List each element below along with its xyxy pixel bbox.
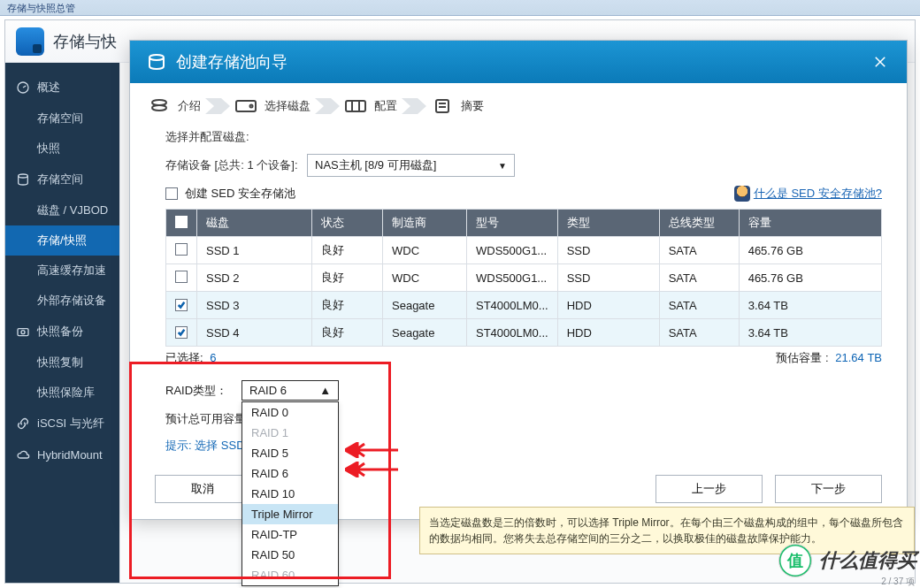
est-total-label: 预计总可用容量 [165,411,246,427]
raid-option[interactable]: RAID 10 [242,484,338,504]
raid-option[interactable]: RAID 0 [242,402,338,423]
cell-vendor: WDC [383,237,467,264]
row-checkbox[interactable] [175,243,188,256]
cancel-button[interactable]: 取消 [155,475,250,503]
sidebar-item-disks-vjbod[interactable]: 磁盘 / VJBOD [5,195,119,225]
sidebar-item-snapshot[interactable]: 快照 [5,134,119,164]
raid-selected-value: RAID 6 [249,384,287,397]
link-icon [16,416,30,431]
sidebar-item-cache-accel[interactable]: 高速缓存加速 [5,256,119,286]
col-model[interactable]: 型号 [467,210,558,237]
table-row[interactable]: SSD 3 良好 Seagate ST4000LM0... HDD SATA 3… [166,292,882,319]
app-title: 存储与快 [53,31,117,52]
col-type[interactable]: 类型 [557,210,659,237]
cell-status: 良好 [312,264,383,292]
cell-vendor: WDC [383,264,467,292]
raid-option[interactable]: RAID 5 [242,443,338,463]
create-pool-wizard-dialog: 创建存储池向导 介绍 选择磁盘 配置 摘要 选择并配置磁盘: 存储设备 [总共:… [129,40,908,520]
raid-option[interactable]: RAID 50 [242,545,338,565]
segments-icon [344,98,367,114]
sidebar-item-storage-space[interactable]: 存储空间 [5,164,119,195]
watermark-badge: 值 [778,544,812,577]
cell-bus: SATA [659,264,739,292]
disk-table: 磁盘 状态 制造商 型号 类型 总线类型 容量 SSD 1 良好 WDC WDS… [165,209,882,347]
cell-model: ST4000LM0... [467,292,558,319]
sidebar-item-storage-snapshot[interactable]: 存储/快照 [5,225,119,256]
step-intro[interactable]: 介绍 [148,98,201,114]
storage-pool-icon [146,51,167,73]
sidebar-label: 概述 [37,80,60,95]
sidebar-label: HybridMount [37,448,103,462]
raid-option: RAID 60 [242,565,338,585]
wizard-steps: 介绍 选择磁盘 配置 摘要 [130,83,907,122]
prev-button[interactable]: 上一步 [656,475,763,503]
col-capacity[interactable]: 容量 [739,210,881,237]
sidebar-item-hybridmount[interactable]: HybridMount [5,439,119,470]
svg-point-8 [250,105,253,108]
table-row[interactable]: SSD 1 良好 WDC WDS500G1... SSD SATA 465.76… [166,237,882,264]
cell-model: WDS500G1... [467,237,558,264]
col-disk[interactable]: 磁盘 [197,210,312,237]
raid-option[interactable]: RAID-TP [242,524,338,545]
sidebar-label: 存储空间 [37,172,83,187]
svg-rect-9 [346,101,365,111]
sidebar-item-snapshot-replica[interactable]: 快照复制 [5,347,119,378]
select-all-checkbox[interactable] [175,216,188,228]
drive-icon [234,98,257,114]
sidebar-item-snapshot-vault[interactable]: 快照保险库 [5,378,119,408]
cell-disk: SSD 4 [197,319,312,347]
sidebar-item-storage-space-sub[interactable]: 存储空间 [5,103,119,134]
sed-label: 创建 SED 安全存储池 [185,186,295,202]
raid-type-label: RAID类型： [165,383,242,399]
step-summary[interactable]: 摘要 [431,98,484,114]
cell-model: ST4000LM0... [467,319,558,347]
step-configure[interactable]: 配置 [344,98,397,114]
raid-option[interactable]: Triple Mirror [242,504,338,524]
what-is-sed-link[interactable]: 什么是 SED 安全存储池? [734,186,882,202]
sidebar-item-iscsi-fc[interactable]: iSCSI 与光纤 [5,408,119,439]
svg-point-3 [21,331,25,334]
close-button[interactable] [870,51,891,73]
step-label: 介绍 [178,98,201,114]
raid-option[interactable]: RAID 6 [242,463,338,484]
step-select-disk[interactable]: 选择磁盘 [234,98,310,114]
table-row[interactable]: SSD 4 良好 Seagate ST4000LM0... HDD SATA 3… [166,319,882,347]
chevron-right-icon [314,97,341,115]
step-label: 摘要 [461,98,484,114]
cell-status: 良好 [312,237,383,264]
dialog-title: 创建存储池向导 [176,51,870,73]
clipboard-icon [431,98,454,114]
watermark-text: 什么值得买 [819,547,916,574]
chevron-right-icon [204,97,231,115]
storage-device-value: NAS主机 [8/9 可用磁盘] [315,157,436,173]
col-vendor[interactable]: 制造商 [383,210,467,237]
sidebar-item-external-storage[interactable]: 外部存储设备 [5,286,119,316]
col-status[interactable]: 状态 [312,210,383,237]
storage-device-select[interactable]: NAS主机 [8/9 可用磁盘] ▼ [307,154,515,177]
cell-status: 良好 [312,292,383,319]
sidebar-label: 快照备份 [37,324,83,340]
caret-up-icon: ▲ [319,384,331,397]
help-person-icon [734,186,750,202]
sidebar-item-overview[interactable]: 概述 [5,72,119,103]
next-button[interactable]: 下一步 [775,475,882,503]
cell-capacity: 465.76 GB [739,237,881,264]
row-checkbox[interactable] [175,299,188,311]
cell-disk: SSD 2 [197,264,312,292]
col-bus[interactable]: 总线类型 [659,210,739,237]
table-row[interactable]: SSD 2 良好 WDC WDS500G1... SSD SATA 465.76… [166,264,882,292]
row-checkbox[interactable] [175,271,188,283]
est-capacity-value: 21.64 TB [835,351,882,364]
sidebar-item-snapshot-backup[interactable]: 快照备份 [5,316,119,347]
raid-type-select[interactable]: RAID 6 ▲ [242,380,339,401]
cell-type: SSD [557,237,659,264]
cell-vendor: Seagate [383,292,467,319]
svg-point-1 [19,174,28,178]
app-icon [16,27,44,56]
svg-point-6 [152,105,166,111]
cell-type: HDD [557,292,659,319]
cell-capacity: 3.64 TB [739,292,881,319]
cloud-icon [16,447,30,462]
row-checkbox[interactable] [175,326,188,339]
sed-checkbox[interactable] [165,187,178,200]
